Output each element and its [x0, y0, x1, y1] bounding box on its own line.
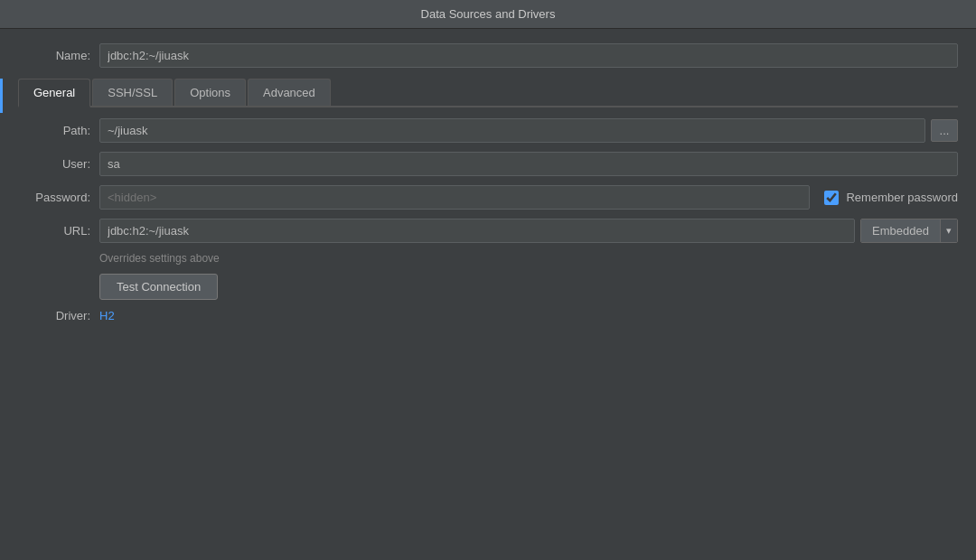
user-label: User: [18, 157, 90, 171]
url-label: URL: [18, 224, 90, 238]
url-row: URL: Embedded ▾ [18, 219, 958, 243]
url-input[interactable] [99, 219, 855, 243]
driver-label: Driver: [18, 309, 90, 322]
remember-password-group: Remember password [824, 191, 958, 205]
tab-bar: General SSH/SSL Options Advanced [18, 79, 958, 107]
password-input[interactable] [99, 185, 810, 210]
path-label: Path: [18, 124, 90, 137]
tab-general[interactable]: General [18, 79, 90, 107]
dialog-title: Data Sources and Drivers [421, 7, 556, 21]
url-input-group: Embedded ▾ [99, 219, 958, 243]
path-input-group: ... [99, 118, 958, 143]
overrides-hint: Overrides settings above [99, 252, 958, 265]
form-section: Path: ... User: Password: Rem [18, 118, 958, 546]
url-dropdown-arrow-button[interactable]: ▾ [940, 219, 957, 242]
test-connection-button[interactable]: Test Connection [99, 274, 218, 300]
tab-options[interactable]: Options [174, 79, 246, 106]
driver-row: Driver: H2 [18, 309, 958, 322]
user-input[interactable] [99, 152, 958, 176]
dialog-title-bar: Data Sources and Drivers [0, 0, 976, 29]
tab-sshssl[interactable]: SSH/SSL [92, 79, 173, 106]
tab-advanced[interactable]: Advanced [248, 79, 331, 106]
path-row: Path: ... [18, 118, 958, 143]
url-mode-button[interactable]: Embedded [861, 219, 940, 242]
driver-link[interactable]: H2 [99, 309, 115, 322]
name-row: Name: [18, 43, 958, 68]
browse-button[interactable]: ... [931, 119, 958, 142]
password-row: Password: Remember password [18, 185, 958, 210]
dialog-content: Name: General SSH/SSL Options Advanced P… [0, 29, 976, 560]
url-mode-dropdown: Embedded ▾ [860, 219, 958, 243]
path-input[interactable] [99, 118, 925, 143]
name-input[interactable] [99, 43, 958, 68]
user-row: User: [18, 152, 958, 176]
data-sources-dialog: Data Sources and Drivers Name: General S… [0, 0, 976, 560]
remember-password-checkbox[interactable] [824, 191, 839, 205]
password-label: Password: [18, 191, 90, 204]
remember-password-label: Remember password [846, 191, 958, 204]
name-label: Name: [18, 49, 90, 62]
